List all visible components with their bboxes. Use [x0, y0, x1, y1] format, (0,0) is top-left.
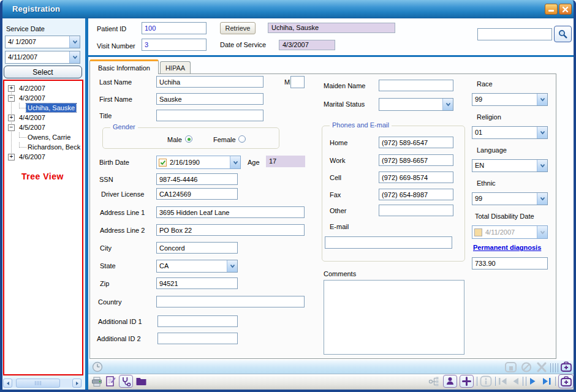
first-aid-icon	[560, 375, 572, 387]
folder-icon[interactable]	[135, 376, 147, 386]
ssn-input[interactable]	[156, 173, 238, 185]
scroll-left-icon	[6, 381, 10, 386]
diagnosis-code-input[interactable]	[472, 257, 548, 270]
tab-hipaa[interactable]: HIPAA	[160, 61, 191, 74]
first-name-label: First Name	[99, 96, 132, 103]
first-aid-button[interactable]	[558, 374, 574, 388]
birth-date-checkbox[interactable]	[159, 159, 167, 167]
sidebar-hscrollbar[interactable]	[3, 379, 82, 388]
scroll-right-button[interactable]	[72, 379, 81, 388]
mi-input[interactable]	[290, 76, 305, 88]
fax-input[interactable]	[379, 189, 453, 200]
email-input[interactable]	[325, 236, 452, 249]
female-radio[interactable]	[238, 135, 246, 143]
close-button[interactable]	[559, 4, 572, 15]
search-input[interactable]	[477, 28, 552, 40]
driver-license-input[interactable]	[156, 188, 238, 200]
search-button[interactable]	[554, 26, 572, 42]
tree-node-date[interactable]: 4/6/2007	[4, 152, 47, 162]
close-icon	[562, 6, 569, 13]
expand-icon[interactable]	[8, 85, 15, 92]
print-icon[interactable]	[91, 377, 102, 387]
driver-license-label: Driver License	[101, 190, 144, 198]
total-disability-date-picker[interactable]: 4/11/2007	[472, 225, 548, 239]
race-dropdown[interactable]: 99	[472, 93, 548, 106]
last-record-icon[interactable]	[542, 377, 551, 385]
expand-icon[interactable]	[8, 115, 15, 121]
tree-node-patient-selected[interactable]: Uchiha, Sauske	[4, 103, 76, 113]
male-radio[interactable]	[185, 135, 192, 143]
chevron-down-icon[interactable]	[537, 226, 547, 238]
zip-input[interactable]	[156, 277, 238, 289]
patient-name-display: Uchiha, Sauske	[268, 23, 395, 33]
chevron-down-icon[interactable]	[69, 51, 80, 63]
chevron-down-icon[interactable]	[537, 193, 547, 205]
scrollbar-thumb[interactable]	[16, 379, 60, 388]
retrieve-button[interactable]: Retrieve	[220, 22, 256, 34]
additional-id1-input[interactable]	[157, 315, 238, 327]
tree-branch-line	[19, 142, 26, 148]
stethoscope-button[interactable]	[119, 375, 133, 388]
chevron-down-icon[interactable]	[230, 156, 240, 168]
edit-document-icon[interactable]	[105, 375, 116, 388]
home-phone-input[interactable]	[379, 137, 453, 148]
other-phone-input[interactable]	[379, 205, 453, 216]
tree-branch-line	[19, 103, 26, 108]
address-line1-input[interactable]	[156, 206, 305, 218]
next-record-icon[interactable]	[529, 377, 537, 385]
service-date-from-dropdown[interactable]: 4/ 1/2007	[5, 36, 80, 48]
fax-label: Fax	[330, 191, 341, 198]
maiden-name-input[interactable]	[379, 80, 453, 91]
person-button[interactable]	[443, 375, 457, 388]
chevron-down-icon[interactable]	[537, 94, 547, 105]
comments-textarea[interactable]	[324, 280, 464, 355]
state-dropdown[interactable]: CA	[156, 260, 238, 273]
visit-number-label: Visit Number	[97, 42, 135, 50]
org-tree-icon[interactable]	[428, 376, 440, 387]
country-input[interactable]	[156, 296, 305, 307]
tree-node-patient[interactable]: Richardson, Beck	[4, 142, 81, 152]
permanent-diagnosis-link[interactable]: Permanent diagnosis	[473, 244, 541, 251]
visit-number-input[interactable]	[142, 39, 207, 51]
patient-id-input[interactable]	[142, 22, 207, 34]
chevron-down-icon[interactable]	[537, 127, 547, 138]
tree-node-date[interactable]: 4/5/2007	[4, 123, 47, 132]
first-name-input[interactable]	[156, 93, 263, 105]
address-line2-input[interactable]	[156, 224, 305, 236]
home-phone-label: Home	[330, 139, 347, 146]
tree-node-patient[interactable]: Owens, Carrie	[4, 132, 72, 142]
first-record-icon[interactable]	[498, 377, 507, 385]
last-name-input[interactable]	[156, 76, 263, 88]
expand-icon[interactable]	[8, 154, 15, 160]
chevron-down-icon[interactable]	[442, 99, 453, 110]
language-dropdown[interactable]: EN	[472, 159, 548, 172]
birth-date-picker[interactable]: 2/16/1990	[156, 156, 241, 169]
ethnic-label: Ethnic	[477, 179, 496, 187]
city-input[interactable]	[156, 242, 238, 254]
first-aid-icon[interactable]	[560, 361, 572, 372]
ethnic-dropdown[interactable]: 99	[472, 192, 548, 205]
service-date-to-dropdown[interactable]: 4/11/2007	[5, 51, 80, 64]
additional-id2-input[interactable]	[157, 333, 238, 344]
add-record-button[interactable]	[460, 375, 474, 388]
chevron-down-icon[interactable]	[227, 260, 237, 272]
select-button[interactable]: Select	[4, 66, 82, 78]
religion-dropdown[interactable]: 01	[472, 126, 548, 139]
chevron-down-icon[interactable]	[537, 160, 547, 172]
title-input[interactable]	[156, 110, 263, 121]
scroll-left-button[interactable]	[3, 379, 12, 388]
tree-node-date[interactable]: 4/3/2007	[4, 93, 47, 103]
previous-record-icon[interactable]	[512, 377, 519, 385]
chevron-down-icon[interactable]	[69, 36, 80, 48]
collapse-icon[interactable]	[8, 95, 15, 102]
work-phone-input[interactable]	[379, 154, 453, 166]
cell-phone-input[interactable]	[379, 172, 453, 183]
address-line1-label: Address Line 1	[100, 209, 145, 216]
minimize-button[interactable]	[545, 4, 558, 15]
tree-node-date[interactable]: 4/2/2007	[4, 83, 47, 93]
marital-status-dropdown[interactable]	[379, 98, 453, 111]
collapse-icon[interactable]	[8, 124, 15, 131]
total-disability-checkbox[interactable]	[474, 228, 482, 236]
tab-basic-information[interactable]: Basic Information	[89, 59, 159, 74]
tree-node-date[interactable]: 4/4/2007	[4, 113, 47, 123]
